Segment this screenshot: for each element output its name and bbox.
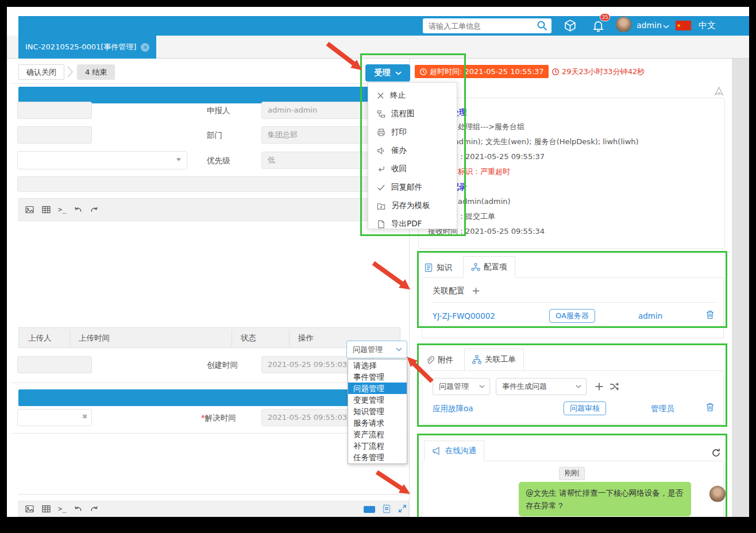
col-upload-time: 上传时间	[79, 333, 110, 343]
option-incident[interactable]: 事件管理	[348, 371, 407, 383]
tab-title: INC-20210525-0001[事件管理]	[25, 36, 136, 59]
sla-deadline-badge: 超时时间: 2021-05-25 10:55:37	[415, 65, 549, 78]
clear-input-icon[interactable]: ✖	[82, 413, 87, 420]
form-input-blank-2[interactable]	[17, 126, 92, 144]
option-knowledge[interactable]: 知识管理	[348, 405, 407, 417]
history-section-title[interactable]: 接收与记录	[428, 179, 715, 194]
menu-item-export-pdf[interactable]: 导出PDF	[368, 215, 457, 233]
related-type-select[interactable]: 问题管理	[433, 378, 490, 395]
option-change[interactable]: 变更管理	[348, 394, 407, 405]
menu-item-save-as-template[interactable]: 另存为模板	[368, 196, 457, 215]
user-avatar[interactable]	[616, 17, 631, 32]
menu-item-urge[interactable]: 催办	[368, 141, 457, 160]
code-terminal-icon[interactable]: >_	[58, 505, 66, 513]
redo-icon[interactable]	[90, 504, 99, 513]
cube-icon[interactable]	[563, 18, 577, 33]
required-asterisk: *	[201, 413, 205, 422]
history-section-title[interactable]: 分析与处理	[428, 105, 715, 119]
accept-button[interactable]: 受理	[365, 64, 410, 82]
user-chevron-down-icon[interactable]	[663, 25, 669, 29]
ci-owner-link[interactable]: admin	[638, 311, 662, 320]
upload-table-header: 上传人 上传时间 状态 操作	[18, 327, 400, 348]
related-ticket-link[interactable]: 应用故障oa	[433, 404, 473, 414]
divider	[431, 302, 715, 303]
language-switch[interactable]: 中文	[699, 20, 716, 31]
menu-item-withdraw[interactable]: 收回	[368, 160, 457, 178]
tab-online-chat[interactable]: 在线沟通	[424, 441, 484, 461]
ci-content-box: 关联配置 YJ-ZJ-FWQ00002 OA服务器 admin	[422, 277, 724, 338]
form-select-blank[interactable]	[17, 151, 187, 169]
megaphone-icon	[432, 446, 442, 455]
search-input[interactable]	[423, 22, 551, 30]
folder-plus-icon	[377, 202, 385, 210]
divider	[11, 83, 409, 84]
add-relation-plus-icon[interactable]	[595, 382, 604, 391]
tab-knowledge[interactable]: 知识	[424, 258, 452, 277]
option-task[interactable]: 任务管理	[348, 451, 407, 463]
tab-close-icon[interactable]: ✕	[141, 43, 149, 52]
form-input-blank-1[interactable]	[17, 102, 92, 119]
undo-icon[interactable]	[73, 504, 83, 513]
menu-item-reply-email[interactable]: 回复邮件	[368, 178, 457, 196]
send-plane-icon[interactable]	[713, 86, 724, 97]
sitemap-icon	[472, 355, 481, 364]
form-section-header-bar	[18, 87, 373, 103]
undo-icon[interactable]	[73, 205, 83, 214]
resolved-time-label: *解决时间	[201, 413, 236, 423]
option-service-request[interactable]: 服务请求	[348, 417, 407, 428]
username-label[interactable]: admin	[637, 21, 662, 30]
priority-input[interactable]: 低	[261, 152, 374, 169]
tab-related-ticket[interactable]: 关联工单	[464, 349, 524, 370]
attachment-doc-icon[interactable]	[382, 504, 391, 513]
option-asset-flow[interactable]: 资产流程	[348, 428, 407, 440]
tab-incident-ticket[interactable]: INC-20210525-0001[事件管理] ✕	[18, 36, 156, 59]
option-please-select[interactable]: 请选择	[348, 360, 407, 371]
china-flag-icon[interactable]: ★	[676, 21, 691, 30]
link-type-select[interactable]: 问题管理	[346, 341, 407, 358]
refresh-icon[interactable]	[711, 448, 721, 458]
relation-rule-select[interactable]: 事件生成问题	[496, 378, 587, 395]
related-owner-link[interactable]: 管理员	[651, 404, 674, 414]
fullscreen-expand-icon[interactable]	[398, 504, 407, 513]
scrollbar-track[interactable]	[732, 59, 749, 517]
select-chevron-down-icon	[479, 385, 485, 388]
resolved-ref-input[interactable]	[17, 409, 92, 426]
option-patch-flow[interactable]: 补丁流程	[348, 440, 407, 451]
menu-item-flowchart[interactable]: 流程图	[368, 105, 457, 123]
insert-image-icon[interactable]	[25, 504, 34, 513]
ci-type-badge: OA服务器	[549, 309, 595, 323]
option-problem[interactable]: 问题管理	[348, 383, 407, 394]
breadcrumb-chevron-icon	[67, 66, 74, 78]
insert-table-icon[interactable]	[41, 205, 51, 214]
flowchart-icon	[377, 110, 385, 118]
trash-icon[interactable]	[706, 403, 714, 412]
reporter-input[interactable]: admin-admin	[261, 102, 374, 119]
insert-table-icon[interactable]	[41, 504, 51, 513]
form-select-chevron-down-icon[interactable]	[176, 158, 182, 162]
search-box[interactable]	[423, 18, 551, 33]
ci-id-link[interactable]: YJ-ZJ-FWQ00002	[433, 311, 495, 320]
menu-item-print[interactable]: 打印	[368, 123, 457, 141]
menu-item-terminate[interactable]: 终止	[368, 86, 457, 105]
col-divider	[232, 330, 232, 346]
insert-image-icon[interactable]	[25, 205, 34, 214]
add-config-plus-icon[interactable]	[472, 287, 480, 295]
priority-label: 优先级	[207, 156, 230, 166]
trash-icon[interactable]	[706, 310, 714, 319]
related-ticket-box: 问题管理 事件生成问题 应用故障oa 问题审核 管理员	[422, 370, 724, 424]
history-line: 流程动作：提交工单	[428, 209, 715, 224]
code-terminal-icon[interactable]: >_	[58, 206, 66, 214]
tab-configuration-item[interactable]: 配置项	[463, 256, 515, 278]
select-chevron-down-icon	[576, 385, 581, 388]
editor-button-icon[interactable]	[364, 506, 375, 513]
button-chevron-down-icon	[395, 71, 402, 75]
workflow-step-confirm-close[interactable]: 确认关闭	[18, 64, 64, 80]
workflow-step-end[interactable]: 4 结束	[77, 64, 115, 80]
department-input[interactable]: 集团总部	[261, 126, 374, 144]
form-input-blank-3[interactable]	[17, 356, 92, 373]
redo-icon[interactable]	[90, 205, 99, 214]
search-icon[interactable]	[537, 20, 548, 32]
form-input-long[interactable]	[17, 176, 373, 192]
link-type-dropdown-list: 请选择 事件管理 问题管理 变更管理 知识管理 服务请求 资产流程 补丁流程 任…	[348, 359, 407, 464]
shuffle-icon[interactable]	[610, 383, 619, 391]
